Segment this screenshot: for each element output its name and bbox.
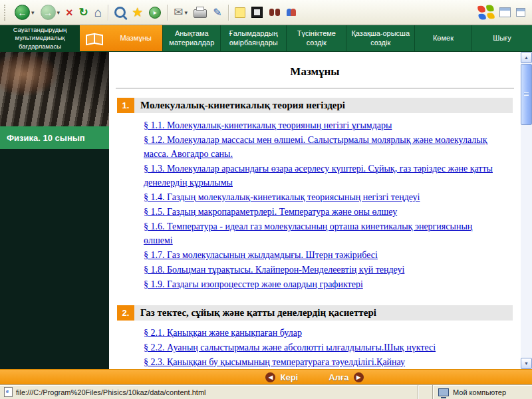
home-icon: ⌂ [94,6,102,19]
page-icon [4,387,13,397]
back-dropdown-icon[interactable]: ▾ [31,9,35,16]
my-computer-icon [438,388,449,396]
media-player-icon [251,7,263,18]
menu-item-explanatory-dictionary[interactable]: Түсініктеме сөздік [286,25,346,51]
menu-item-exit[interactable]: Шығу [471,25,532,51]
forward-button[interactable]: → ▾ [39,3,63,21]
search-button[interactable] [112,5,128,19]
toc-link[interactable]: § 1.6. Температура - идеал газ молекулас… [144,219,502,247]
notes-icon [235,7,245,18]
edit-icon: ✎ [213,7,221,18]
search-icon [114,7,126,18]
contents-book-tab[interactable] [80,25,109,51]
toc-link[interactable]: § 2.1. Қаныққан және қанықпаған булар [144,326,502,340]
favorites-button[interactable]: ★ [130,5,145,20]
content-area: Мазмұны 1. Молекулалық-кинетикалық теори… [109,52,521,369]
scrollbar-thumb[interactable] [521,64,532,125]
print-icon [194,9,207,18]
discuss-button[interactable] [267,7,283,17]
notes-button[interactable] [233,6,247,19]
mail-button[interactable]: ✉ ▾ [172,5,190,19]
forward-nav-label: Алға [329,372,348,382]
sidebar: Физика. 10 сынып [0,52,109,369]
toc-section: 1. Молекулалық-кинетикалық теория негізд… [117,98,513,303]
forward-nav-button[interactable]: Алға ▶ [329,372,363,382]
status-url-panel: file:///C:/Program%20Files/Phisics/10kaz… [0,387,418,397]
section-links: § 2.1. Қаныққан және қанықпаған булар § … [117,324,513,369]
print-button[interactable] [192,5,209,19]
menu-item-kazakh-russian-dictionary[interactable]: Қазақша-орысша сөздік [346,25,414,51]
page-nav-group: ◀ Кері Алға ▶ [265,372,363,382]
section-header: 2. Газ тектес, сұйық және қатты денелерд… [117,305,513,321]
media-button[interactable]: ▸ [147,5,163,20]
menu-item-contents[interactable]: Мазмұны [109,25,162,51]
binoculars-icon [269,9,281,16]
window-icon-b[interactable] [516,8,525,17]
toc-link[interactable]: § 1.9. Газдағы изопроцесстер және оларды… [144,277,502,291]
toc-link[interactable]: § 1.2. Молекулалар массасы мен өлшемі. С… [144,133,502,161]
toc-link[interactable]: § 1.4. Газдың молекулалық-кинетикалық те… [144,190,502,204]
sidebar-fill [0,149,109,369]
status-spacer-cell [418,385,432,399]
toc-link[interactable]: § 2.3. Қаныққан бу қысымының температура… [144,355,502,369]
menu-item-reference-materials[interactable]: Анықтама материалдар [162,25,220,51]
back-nav-button[interactable]: ◀ Кері [265,372,298,382]
app-logo: Сауаттандырудың мультимедиалық бағдарлам… [0,25,80,51]
toolbar-separator [167,5,168,21]
section-title: Газ тектес, сұйық және қатты денелердің … [134,305,513,321]
section-number-badge: 2. [117,305,134,321]
keyboard-photo [0,52,109,126]
toolbar-separator [228,5,229,21]
content-scrollbar[interactable]: ▲ ▼ [521,52,532,369]
back-nav-label: Кері [280,372,298,382]
toc-link[interactable]: § 1.1. Молекулалық-кинетикалық теорияның… [144,118,502,132]
refresh-button[interactable]: ↻ [77,5,90,19]
status-bar: file:///C:/Program%20Files/Phisics/10kaz… [0,384,532,399]
section-header: 1. Молекулалық-кинетикалық теория негізд… [117,98,513,113]
messenger-people-icon [287,9,296,16]
security-zone-label: Мой компьютер [453,388,506,396]
menu-item-scientist-biographies[interactable]: Ғалымдардың өмірбаяндары [220,25,286,51]
section-title: Молекулалық-кинетикалық теория негіздері [134,98,513,113]
messenger-button[interactable] [285,7,298,17]
stop-button[interactable]: × [64,5,75,20]
toc-link[interactable]: § 1.5. Газдың макропараметрлері. Темпера… [144,205,502,219]
section-links: § 1.1. Молекулалық-кинетикалық теорияның… [117,116,513,303]
logo-line: мультимедиалық [15,34,65,42]
page-title: Мазмұны [109,65,521,78]
status-url: file:///C:/Program%20Files/Phisics/10kaz… [16,388,206,396]
menu-item-help[interactable]: Көмек [414,25,471,51]
media-play-icon: ▸ [149,7,161,19]
browser-toolbar: ← ▾ → ▾ × ↻ ⌂ ★ ▸ ✉ ▾ [0,0,532,25]
toc-section: 2. Газ тектес, сұйық және қатты денелерд… [117,305,513,369]
back-arrow-icon: ◀ [265,372,275,382]
toolbar-separator [108,5,108,21]
forward-dropdown-icon[interactable]: ▾ [57,9,61,16]
scroll-down-button[interactable]: ▼ [521,358,532,369]
toc-link[interactable]: § 1.7. Газ молекуласының жылдамдығы. Ште… [144,248,502,262]
app-menu-bar: Сауаттандырудың мультимедиалық бағдарлам… [0,25,532,52]
favorites-star-icon: ★ [132,6,143,19]
logo-line: Сауаттандырудың [13,26,67,34]
toc-link[interactable]: § 1.3. Молекулалар арасындағы өзара әсер… [144,162,502,190]
forward-arrow-icon: ▶ [354,372,364,382]
scrollbar-track[interactable] [521,63,532,358]
toc-link[interactable]: § 2.2. Ауаның салыстырмалы және абсолютт… [144,340,502,354]
application-window: ← ▾ → ▾ × ↻ ⌂ ★ ▸ ✉ ▾ [0,0,532,399]
edit-button[interactable]: ✎ [211,6,223,19]
mail-icon: ✉ [174,7,183,18]
scroll-up-button[interactable]: ▲ [521,52,532,63]
logo-line: бағдарламасы [19,43,61,51]
refresh-icon: ↻ [79,7,88,18]
mail-dropdown-icon[interactable]: ▾ [185,9,188,16]
toc-link[interactable]: § 1.8. Больцман тұрақтысы. Клайперон-Мен… [144,263,502,277]
home-button[interactable]: ⌂ [92,5,104,20]
windows-logo-icon [477,5,495,20]
media-player-button[interactable] [249,5,265,19]
window-icon-a[interactable] [499,7,511,17]
open-book-icon [85,33,104,45]
back-button[interactable]: ← ▾ [13,3,37,21]
section-number-badge: 1. [117,98,134,113]
security-zone-panel: Мой компьютер [432,385,532,399]
toolbar-grip[interactable] [4,5,7,21]
